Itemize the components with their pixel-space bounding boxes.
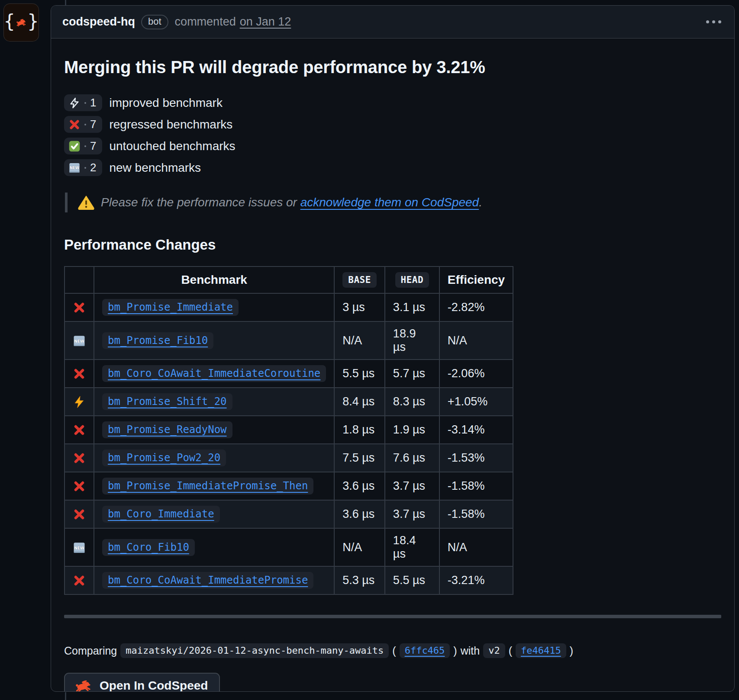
performance-table: Benchmark BASE HEAD Efficiency bm_Promis… [64,266,513,595]
cross-icon [73,301,86,314]
comment-card: codspeed-hq bot commented on Jan 12 Merg… [51,5,735,692]
row-status-icon [65,566,94,594]
head-value: 7.6 µs [385,444,439,472]
base-value: 3.6 µs [334,472,385,500]
efficiency-value: -3.14% [439,416,513,444]
table-row: NEW bm_Coro_Fib10 N/A 18.4 µs N/A [65,528,513,566]
base-commit-link[interactable]: fe46415 [516,643,566,658]
base-value: 3 µs [334,293,385,321]
svg-text:NEW: NEW [74,339,84,343]
efficiency-value: -3.21% [439,566,513,594]
head-commit-link[interactable]: 6ffc465 [400,643,450,658]
row-status-icon: NEW [65,528,94,566]
benchmark-link[interactable]: bm_Coro_CoAwait_ImmediateCoroutine [102,365,326,382]
summary-label: untouched benchmarks [109,139,235,153]
lightning-outline-icon [68,97,81,109]
base-value: 5.5 µs [334,360,385,388]
table-row: bm_Coro_Immediate 3.6 µs 3.7 µs -1.58% [65,500,513,528]
lightning-icon [73,395,86,408]
new-icon: NEW [68,162,81,174]
markdown-divider [64,615,721,618]
performance-changes-heading: Performance Changes [64,237,721,253]
svg-text:NEW: NEW [74,546,84,550]
author-link[interactable]: codspeed-hq [62,15,135,29]
row-status-icon [65,416,94,444]
head-value: 3.1 µs [385,293,439,321]
summary-badge: 1 [64,94,102,111]
cross-icon [73,508,86,521]
row-status-icon [65,293,94,321]
comparing-line: Comparing maizatskyi/2026-01-12-async-be… [64,643,721,658]
efficiency-value: -1.53% [439,444,513,472]
check-icon [68,140,81,152]
table-row: bm_Promise_Shift_20 8.4 µs 8.3 µs +1.05% [65,388,513,416]
comment-header: codspeed-hq bot commented on Jan 12 [51,6,734,39]
bot-badge: bot [141,15,168,29]
branch-code: maizatskyi/2026-01-12-async-bench-many-a… [120,643,389,658]
kebab-menu-icon[interactable] [704,16,723,28]
new-icon: NEW [73,541,86,554]
benchmark-link[interactable]: bm_Promise_Pow2_20 [102,450,226,466]
efficiency-column-header: Efficiency [439,267,513,293]
avatar-brace-left: { [4,13,15,32]
base-branch-code: v2 [483,643,505,658]
acknowledge-link[interactable]: acknowledge them on CodSpeed [300,196,479,209]
with-label: with [461,645,480,657]
benchmark-link[interactable]: bm_Coro_CoAwait_ImmediatePromise [102,572,313,589]
summary-badge: 7 [64,138,102,154]
summary-improved: 1 improved benchmark [64,94,721,111]
benchmark-link[interactable]: bm_Promise_Immediate [102,299,239,316]
open-in-codspeed-button[interactable]: Open In CodSpeed [64,673,220,692]
cross-icon [73,574,86,587]
pr-performance-title: Merging this PR will degrade performance… [64,58,721,77]
row-status-icon [65,388,94,416]
codspeed-rabbit-icon [74,679,93,692]
warning-text: Please fix the performance issues or ack… [101,196,482,209]
comment-date-link[interactable]: on Jan 12 [240,15,291,29]
row-status-icon: NEW [65,321,94,360]
bot-avatar[interactable]: { } [3,3,39,42]
cross-icon [68,119,81,131]
timeline-line-bottom [65,692,66,700]
efficiency-value: N/A [439,528,513,566]
base-value: 1.8 µs [334,416,385,444]
warning-icon [78,195,94,210]
table-row: bm_Coro_CoAwait_ImmediatePromise 5.3 µs … [65,566,513,594]
summary-label: new benchmarks [109,161,201,175]
table-row: bm_Promise_Pow2_20 7.5 µs 7.6 µs -1.53% [65,444,513,472]
head-value: 8.3 µs [385,388,439,416]
row-status-icon [65,500,94,528]
avatar-brace-right: } [28,13,39,32]
summary-label: regressed benchmarks [109,118,232,132]
table-row: NEW bm_Promise_Fib10 N/A 18.9 µs N/A [65,321,513,360]
efficiency-value: -1.58% [439,472,513,500]
benchmark-link[interactable]: bm_Coro_Immediate [102,506,220,523]
summary-badge: 7 [64,116,102,133]
table-row: bm_Promise_ReadyNow 1.8 µs 1.9 µs -3.14% [65,416,513,444]
base-value: 3.6 µs [334,500,385,528]
benchmark-link[interactable]: bm_Promise_Shift_20 [102,393,232,410]
summary-new: NEW 2 new benchmarks [64,159,721,176]
head-value: 3.7 µs [385,500,439,528]
benchmark-link[interactable]: bm_Promise_ReadyNow [102,421,232,438]
codspeed-rabbit-icon [15,16,27,29]
summary-count: 7 [90,139,96,153]
head-value: 5.7 µs [385,360,439,388]
svg-text:NEW: NEW [70,166,79,170]
cross-icon [73,424,86,437]
head-value: 3.7 µs [385,472,439,500]
new-icon: NEW [73,334,86,347]
efficiency-value: -2.82% [439,293,513,321]
base-value: 8.4 µs [334,388,385,416]
cross-icon [73,452,86,465]
efficiency-value: +1.05% [439,388,513,416]
benchmark-column-header: Benchmark [94,267,334,293]
summary-count: 1 [90,96,96,109]
benchmark-link[interactable]: bm_Promise_Fib10 [102,332,213,349]
benchmark-link[interactable]: bm_Coro_Fib10 [102,539,195,556]
head-value: 18.9 µs [385,321,439,360]
efficiency-value: -2.06% [439,360,513,388]
base-value: 7.5 µs [334,444,385,472]
benchmark-link[interactable]: bm_Promise_ImmediatePromise_Then [102,478,313,494]
summary-untouched: 7 untouched benchmarks [64,138,721,154]
